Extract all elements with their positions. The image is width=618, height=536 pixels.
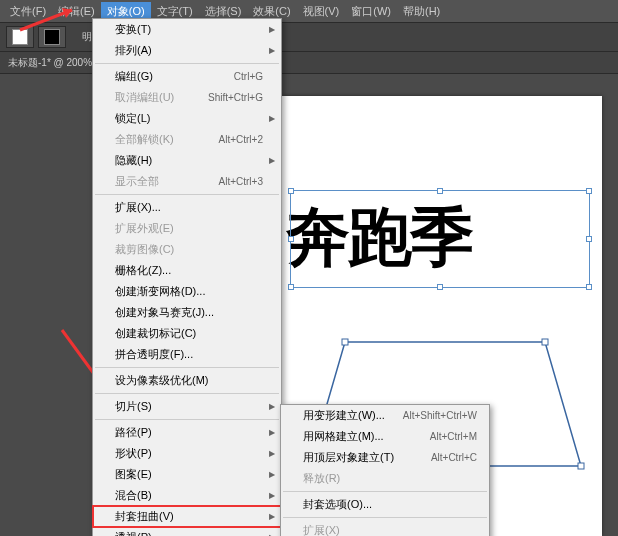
menu-item[interactable]: 混合(B) <box>93 485 281 506</box>
handle-e[interactable] <box>586 236 592 242</box>
menu-separator <box>95 194 279 195</box>
submenu-item-label: 用变形建立(W)... <box>303 408 385 423</box>
submenu-item[interactable]: 用变形建立(W)...Alt+Shift+Ctrl+W <box>281 405 489 426</box>
submenu-item-label: 释放(R) <box>303 471 340 486</box>
menu-item-label: 混合(B) <box>115 488 152 503</box>
submenu-item[interactable]: 封套选项(O)... <box>281 494 489 515</box>
menu-item[interactable]: 形状(P) <box>93 443 281 464</box>
submenu-item-label: 封套选项(O)... <box>303 497 372 512</box>
menubar-item-7[interactable]: 窗口(W) <box>345 2 397 21</box>
submenu-item-label: 用顶层对象建立(T) <box>303 450 394 465</box>
submenu-item-shortcut: Alt+Ctrl+C <box>431 452 477 463</box>
menu-item[interactable]: 变换(T) <box>93 19 281 40</box>
envelope-distort-submenu: 用变形建立(W)...Alt+Shift+Ctrl+W用网格建立(M)...Al… <box>280 404 490 536</box>
handle-w[interactable] <box>288 236 294 242</box>
menu-item[interactable]: 图案(E) <box>93 464 281 485</box>
menu-item-label: 创建渐变网格(D)... <box>115 284 205 299</box>
submenu-item: 释放(R) <box>281 468 489 489</box>
menu-item[interactable]: 路径(P) <box>93 422 281 443</box>
menu-item[interactable]: 锁定(L) <box>93 108 281 129</box>
menu-item-label: 隐藏(H) <box>115 153 152 168</box>
menu-item-label: 设为像素级优化(M) <box>115 373 209 388</box>
menu-separator <box>95 63 279 64</box>
menu-item: 裁剪图像(C) <box>93 239 281 260</box>
menu-item-shortcut: Alt+Ctrl+3 <box>219 176 263 187</box>
menu-item-shortcut: Ctrl+G <box>234 71 263 82</box>
menu-item-label: 变换(T) <box>115 22 151 37</box>
menu-item[interactable]: 编组(G)Ctrl+G <box>93 66 281 87</box>
menu-item: 取消编组(U)Shift+Ctrl+G <box>93 87 281 108</box>
menu-item-label: 编组(G) <box>115 69 153 84</box>
menu-item-shortcut: Shift+Ctrl+G <box>208 92 263 103</box>
submenu-item[interactable]: 用网格建立(M)...Alt+Ctrl+M <box>281 426 489 447</box>
object-menu-dropdown: 变换(T)排列(A)编组(G)Ctrl+G取消编组(U)Shift+Ctrl+G… <box>92 18 282 536</box>
menu-item-label: 排列(A) <box>115 43 152 58</box>
menu-item[interactable]: 透视(P) <box>93 527 281 536</box>
fill-swatch-button[interactable] <box>6 26 34 48</box>
submenu-item[interactable]: 用顶层对象建立(T)Alt+Ctrl+C <box>281 447 489 468</box>
menu-item-label: 形状(P) <box>115 446 152 461</box>
submenu-item-shortcut: Alt+Ctrl+M <box>430 431 477 442</box>
menu-item-label: 扩展外观(E) <box>115 221 174 236</box>
menu-item-label: 图案(E) <box>115 467 152 482</box>
menu-item[interactable]: 切片(S) <box>93 396 281 417</box>
menu-item[interactable]: 栅格化(Z)... <box>93 260 281 281</box>
menubar-item-0[interactable]: 文件(F) <box>4 2 52 21</box>
menu-item-label: 创建对象马赛克(J)... <box>115 305 214 320</box>
swatch-white <box>12 29 28 45</box>
menu-item-label: 裁剪图像(C) <box>115 242 174 257</box>
menu-item-label: 栅格化(Z)... <box>115 263 171 278</box>
swatch-black <box>44 29 60 45</box>
menu-item[interactable]: 创建对象马赛克(J)... <box>93 302 281 323</box>
menu-item-label: 锁定(L) <box>115 111 150 126</box>
menu-separator <box>95 419 279 420</box>
menu-item[interactable]: 排列(A) <box>93 40 281 61</box>
menu-item-label: 取消编组(U) <box>115 90 174 105</box>
stroke-swatch-button[interactable] <box>38 26 66 48</box>
submenu-separator <box>283 517 487 518</box>
submenu-item: 扩展(X) <box>281 520 489 536</box>
menu-item-label: 扩展(X)... <box>115 200 161 215</box>
menu-item-label: 全部解锁(K) <box>115 132 174 147</box>
handle-nw[interactable] <box>288 188 294 194</box>
handle-ne[interactable] <box>586 188 592 194</box>
menu-item-label: 路径(P) <box>115 425 152 440</box>
menu-item[interactable]: 设为像素级优化(M) <box>93 370 281 391</box>
selection-bbox <box>290 190 590 288</box>
menu-item[interactable]: 创建裁切标记(C) <box>93 323 281 344</box>
handle-sw[interactable] <box>288 284 294 290</box>
menu-item[interactable]: 创建渐变网格(D)... <box>93 281 281 302</box>
menu-item-label: 切片(S) <box>115 399 152 414</box>
menu-item-label: 封套扭曲(V) <box>115 509 174 524</box>
menu-separator <box>95 393 279 394</box>
menu-item-label: 透视(P) <box>115 530 152 536</box>
menubar-item-6[interactable]: 视图(V) <box>297 2 346 21</box>
menu-separator <box>95 367 279 368</box>
menu-item[interactable]: 隐藏(H) <box>93 150 281 171</box>
submenu-item-shortcut: Alt+Shift+Ctrl+W <box>403 410 477 421</box>
menu-item[interactable]: 扩展(X)... <box>93 197 281 218</box>
menu-item-label: 显示全部 <box>115 174 159 189</box>
handle-s[interactable] <box>437 284 443 290</box>
menubar-item-8[interactable]: 帮助(H) <box>397 2 446 21</box>
submenu-item-label: 用网格建立(M)... <box>303 429 384 444</box>
handle-n[interactable] <box>437 188 443 194</box>
submenu-separator <box>283 491 487 492</box>
menu-item[interactable]: 封套扭曲(V) <box>93 506 281 527</box>
menu-item: 显示全部Alt+Ctrl+3 <box>93 171 281 192</box>
menu-item-label: 创建裁切标记(C) <box>115 326 196 341</box>
menu-item: 扩展外观(E) <box>93 218 281 239</box>
menu-item[interactable]: 拼合透明度(F)... <box>93 344 281 365</box>
document-tab[interactable]: 未标题-1* @ 200% <box>8 56 92 70</box>
menu-item: 全部解锁(K)Alt+Ctrl+2 <box>93 129 281 150</box>
handle-se[interactable] <box>586 284 592 290</box>
menu-item-shortcut: Alt+Ctrl+2 <box>219 134 263 145</box>
submenu-item-label: 扩展(X) <box>303 523 340 536</box>
menu-item-label: 拼合透明度(F)... <box>115 347 193 362</box>
